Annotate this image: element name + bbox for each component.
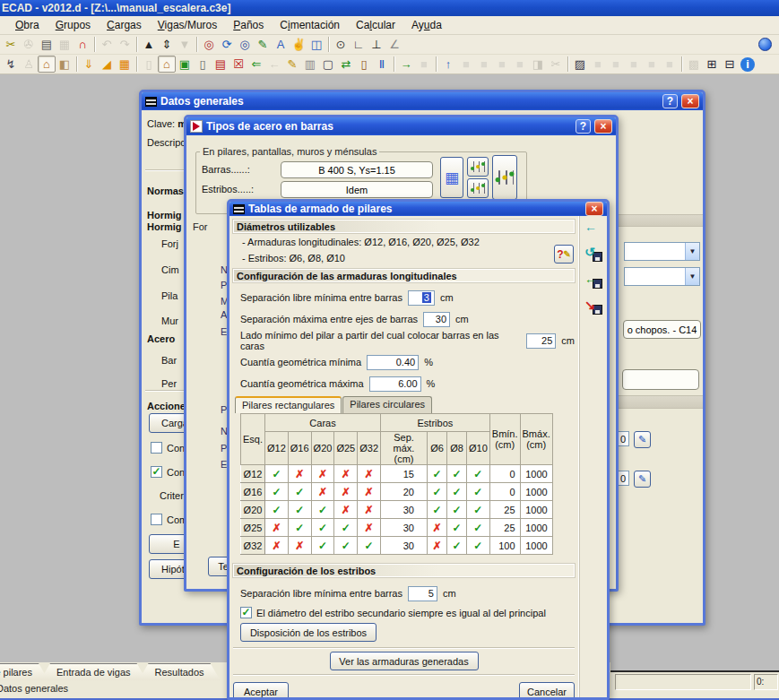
sep-max-cell[interactable]: 30 bbox=[381, 519, 428, 537]
bmin-cell[interactable]: 0 bbox=[489, 483, 520, 501]
aceptar-button[interactable]: Aceptar bbox=[233, 682, 289, 700]
menu-cimentacin[interactable]: Cimentación bbox=[272, 17, 348, 33]
bmin-cell[interactable]: 0 bbox=[489, 465, 520, 483]
diametro-toggle-cell[interactable]: ✗ bbox=[311, 465, 334, 483]
diametro-toggle-cell[interactable]: ✓ bbox=[265, 465, 289, 483]
menu-obra[interactable]: Obra bbox=[7, 17, 48, 33]
diametro-toggle-cell[interactable]: ✗ bbox=[428, 519, 447, 537]
tabla-acero-icon[interactable]: ▦ bbox=[440, 157, 463, 198]
bottom-tab-da-de-pilares[interactable]: da de pilares bbox=[0, 663, 48, 680]
diametro-toggle-cell[interactable]: ✓ bbox=[334, 537, 358, 555]
close-button[interactable]: × bbox=[594, 119, 612, 134]
mover-vista-icon[interactable]: ✌ bbox=[290, 36, 307, 53]
menu-grupos[interactable]: Grupos bbox=[48, 17, 99, 33]
diametro-toggle-cell[interactable]: ✓ bbox=[447, 519, 467, 537]
sombrear-icon[interactable]: ▨ bbox=[571, 56, 589, 73]
checkbox-row[interactable]: ✓ El diámetro del estribo secundario sie… bbox=[240, 607, 575, 618]
field-input[interactable]: 25 bbox=[526, 333, 556, 349]
cargas-icon[interactable]: ⇓ bbox=[80, 56, 98, 73]
mover-pilar-icon[interactable]: ⇄ bbox=[337, 56, 355, 73]
sep-max-cell[interactable]: 30 bbox=[381, 537, 428, 555]
diametro-toggle-cell[interactable]: ✓ bbox=[428, 501, 447, 519]
info-icon[interactable]: i bbox=[740, 57, 755, 72]
editar-tabla-icon[interactable]: ▤ bbox=[212, 56, 229, 73]
importar-dxf-icon[interactable]: ▤ bbox=[38, 36, 56, 53]
redibujar-icon[interactable]: ⟳ bbox=[218, 36, 236, 53]
chevron-down-icon[interactable]: ▼ bbox=[685, 268, 699, 285]
disposicion-estribos-button[interactable]: Disposición de los estribos bbox=[240, 623, 377, 642]
diametro-toggle-cell[interactable]: ✓ bbox=[265, 483, 289, 501]
diametro-toggle-cell[interactable]: ✗ bbox=[358, 483, 381, 501]
bmin-cell[interactable]: 25 bbox=[489, 501, 520, 519]
norma-combo[interactable]: ▼ bbox=[624, 242, 700, 261]
exportar-tabla-icon[interactable]: ↘ bbox=[584, 298, 603, 315]
diametro-toggle-cell[interactable]: ✓ bbox=[467, 501, 490, 519]
bmin-cell[interactable]: 25 bbox=[489, 519, 520, 537]
menu-cargas[interactable]: Cargas bbox=[99, 17, 150, 33]
diametro-toggle-cell[interactable]: ✗ bbox=[334, 465, 358, 483]
bottom-tab-resultados[interactable]: Resultados bbox=[139, 663, 221, 680]
zoom-ventana-icon[interactable]: ◎ bbox=[200, 36, 218, 53]
ventana-completa-icon[interactable]: ◫ bbox=[307, 36, 325, 53]
diametro-toggle-cell[interactable]: ✓ bbox=[447, 501, 467, 519]
diametro-toggle-cell[interactable]: ✓ bbox=[311, 537, 334, 555]
bmax-cell[interactable]: 1000 bbox=[520, 501, 552, 519]
coordenadas-icon[interactable]: ∟ bbox=[350, 36, 368, 53]
forjados-icon[interactable]: ▦ bbox=[116, 56, 134, 73]
menu-paos[interactable]: Paños bbox=[225, 17, 272, 33]
conectar-web-icon[interactable] bbox=[758, 38, 772, 51]
medir-icon[interactable]: ✎ bbox=[254, 36, 272, 53]
bmax-cell[interactable]: 1000 bbox=[520, 465, 552, 483]
zoom-doble-icon[interactable]: ◎ bbox=[236, 36, 254, 53]
diametro-toggle-cell[interactable]: ✓ bbox=[467, 519, 490, 537]
close-button[interactable]: × bbox=[585, 202, 603, 216]
madera-button[interactable]: o chopos. - C14 bbox=[623, 320, 701, 339]
datos-generales-titlebar[interactable]: Datos generales ? × bbox=[142, 92, 703, 110]
diametro-toggle-cell[interactable]: ✗ bbox=[288, 465, 311, 483]
perfiles-acero-icon[interactable]: Ⅱ bbox=[373, 56, 391, 73]
opciones-barras-icon[interactable] bbox=[467, 157, 489, 177]
diametro-toggle-cell[interactable]: ✗ bbox=[358, 519, 381, 537]
eliminar-tabla-icon[interactable]: ☒ bbox=[229, 56, 247, 73]
escaleras-icon[interactable]: ↯ bbox=[2, 56, 20, 73]
importar-tabla-icon[interactable]: ← bbox=[584, 272, 603, 290]
menu-vigasmuros[interactable]: Vigas/Muros bbox=[150, 17, 225, 33]
diametro-toggle-cell[interactable]: ✓ bbox=[428, 465, 447, 483]
field-input[interactable]: 0.40 bbox=[367, 355, 419, 370]
sep-max-cell[interactable]: 15 bbox=[381, 465, 428, 483]
chevron-down-icon[interactable]: ▼ bbox=[685, 243, 699, 260]
pilar-hormigon-icon[interactable]: ▯ bbox=[355, 56, 373, 73]
edificio-icon[interactable]: ⌂ bbox=[158, 56, 176, 73]
nueva-planta-icon[interactable]: ▣ bbox=[176, 56, 194, 73]
diametro-toggle-cell[interactable]: ✓ bbox=[447, 537, 467, 555]
desplazar-icon[interactable]: ▥ bbox=[301, 56, 319, 73]
hoja-datos-icon[interactable]: ▢ bbox=[319, 56, 337, 73]
diametro-toggle-cell[interactable]: ✗ bbox=[334, 501, 358, 519]
estribos-value-button[interactable]: Idem bbox=[281, 181, 433, 198]
diametro-toggle-cell[interactable]: ✓ bbox=[265, 501, 289, 519]
diametro-toggle-cell[interactable]: ✓ bbox=[288, 501, 311, 519]
norma-combo[interactable]: ▼ bbox=[624, 267, 700, 286]
barras-value-button[interactable]: B 400 S, Ys=1.15 bbox=[281, 161, 433, 178]
field-input[interactable]: 6.00 bbox=[369, 376, 421, 392]
diametro-toggle-cell[interactable]: ✓ bbox=[334, 519, 358, 537]
ortogonal-icon[interactable]: ⊥ bbox=[368, 36, 385, 53]
bmax-cell[interactable]: 1000 bbox=[520, 483, 552, 501]
tab-pilares-circulares[interactable]: Pilares circulares bbox=[342, 396, 432, 413]
diametro-toggle-cell[interactable]: ✓ bbox=[288, 483, 311, 501]
bmax-cell[interactable]: 1000 bbox=[520, 519, 552, 537]
diametro-toggle-cell[interactable]: ✓ bbox=[311, 501, 334, 519]
sep-max-cell[interactable]: 30 bbox=[381, 501, 428, 519]
introducir-pilar-icon[interactable]: ⇐ bbox=[247, 56, 265, 73]
diametro-toggle-cell[interactable]: ✓ bbox=[467, 465, 490, 483]
sep-estribos-input[interactable]: 5 bbox=[408, 586, 437, 601]
close-button[interactable]: × bbox=[681, 94, 699, 108]
avanzar-icon[interactable]: → bbox=[397, 56, 415, 73]
diametro-toggle-cell[interactable]: ✗ bbox=[334, 483, 358, 501]
bmax-cell[interactable]: 1000 bbox=[520, 537, 552, 555]
help-button[interactable]: ? bbox=[576, 119, 591, 134]
planta-superior-icon[interactable]: ▲ bbox=[140, 36, 158, 53]
menu-calcular[interactable]: Calcular bbox=[348, 17, 403, 33]
diametro-toggle-cell[interactable]: ✗ bbox=[358, 501, 381, 519]
acotar-1-icon[interactable]: ⊞ bbox=[703, 56, 721, 73]
